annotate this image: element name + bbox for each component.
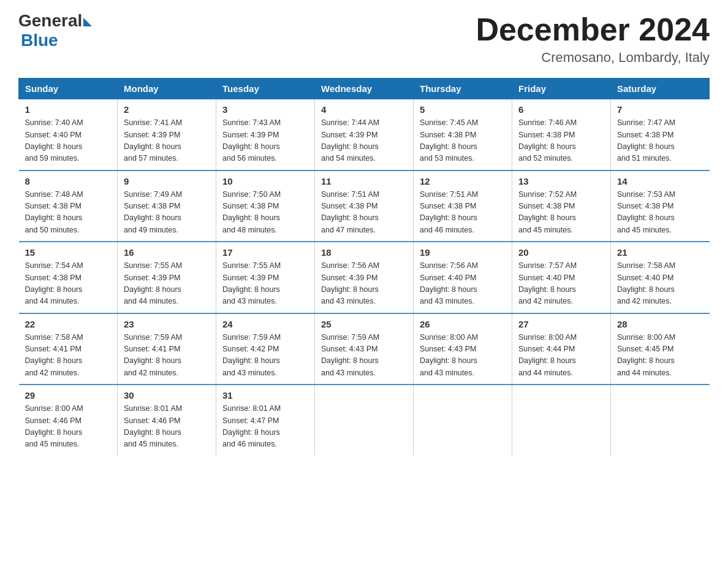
day-number: 19: [420, 247, 506, 258]
day-number: 28: [617, 319, 703, 329]
day-info: Sunrise: 7:55 AMSunset: 4:39 PMDaylight:…: [222, 260, 308, 308]
day-info: Sunrise: 7:55 AMSunset: 4:39 PMDaylight:…: [124, 260, 210, 308]
logo-general: General: [18, 12, 82, 29]
day-number: 31: [222, 390, 308, 400]
day-cell: 29 Sunrise: 8:00 AMSunset: 4:46 PMDaylig…: [19, 385, 118, 456]
day-number: 14: [617, 176, 703, 186]
day-cell: 5 Sunrise: 7:45 AMSunset: 4:38 PMDayligh…: [414, 99, 512, 170]
day-number: 13: [518, 176, 604, 186]
day-info: Sunrise: 7:49 AMSunset: 4:38 PMDaylight:…: [124, 189, 210, 237]
day-info: Sunrise: 8:01 AMSunset: 4:46 PMDaylight:…: [124, 403, 210, 451]
day-number: 17: [222, 247, 308, 258]
header-day-friday: Friday: [512, 79, 611, 99]
day-number: 11: [321, 176, 407, 186]
day-cell: 30 Sunrise: 8:01 AMSunset: 4:46 PMDaylig…: [118, 385, 216, 456]
day-cell: 8 Sunrise: 7:48 AMSunset: 4:38 PMDayligh…: [19, 170, 118, 242]
day-info: Sunrise: 8:00 AMSunset: 4:44 PMDaylight:…: [518, 332, 604, 380]
day-number: 9: [124, 176, 210, 186]
day-number: 24: [222, 319, 308, 329]
day-info: Sunrise: 7:41 AMSunset: 4:39 PMDaylight:…: [124, 117, 210, 165]
day-info: Sunrise: 7:40 AMSunset: 4:40 PMDaylight:…: [25, 117, 112, 165]
logo-blue: Blue: [21, 31, 58, 50]
day-cell: 26 Sunrise: 8:00 AMSunset: 4:43 PMDaylig…: [414, 313, 512, 385]
day-cell: 23 Sunrise: 7:59 AMSunset: 4:41 PMDaylig…: [118, 313, 216, 385]
day-info: Sunrise: 7:47 AMSunset: 4:38 PMDaylight:…: [617, 117, 703, 165]
day-number: 23: [124, 319, 210, 329]
day-number: 12: [420, 176, 506, 186]
day-cell: 22 Sunrise: 7:58 AMSunset: 4:41 PMDaylig…: [19, 313, 118, 385]
day-info: Sunrise: 7:58 AMSunset: 4:41 PMDaylight:…: [25, 332, 112, 380]
day-info: Sunrise: 7:56 AMSunset: 4:39 PMDaylight:…: [321, 260, 407, 308]
day-info: Sunrise: 7:51 AMSunset: 4:38 PMDaylight:…: [420, 189, 506, 237]
week-row-4: 22 Sunrise: 7:58 AMSunset: 4:41 PMDaylig…: [19, 313, 710, 385]
day-cell: 12 Sunrise: 7:51 AMSunset: 4:38 PMDaylig…: [414, 170, 512, 242]
day-number: 10: [222, 176, 308, 186]
day-info: Sunrise: 7:48 AMSunset: 4:38 PMDaylight:…: [25, 189, 112, 237]
day-number: 25: [321, 319, 407, 329]
day-info: Sunrise: 8:00 AMSunset: 4:46 PMDaylight:…: [25, 403, 112, 451]
day-cell: 7 Sunrise: 7:47 AMSunset: 4:38 PMDayligh…: [611, 99, 710, 170]
day-cell: 4 Sunrise: 7:44 AMSunset: 4:39 PMDayligh…: [315, 99, 414, 170]
day-info: Sunrise: 7:43 AMSunset: 4:39 PMDaylight:…: [222, 117, 308, 165]
day-cell: 6 Sunrise: 7:46 AMSunset: 4:38 PMDayligh…: [512, 99, 611, 170]
day-cell: [315, 385, 414, 456]
location: Cremosano, Lombardy, Italy: [476, 50, 710, 66]
day-number: 18: [321, 247, 407, 258]
day-info: Sunrise: 8:00 AMSunset: 4:45 PMDaylight:…: [617, 332, 703, 380]
day-info: Sunrise: 7:59 AMSunset: 4:41 PMDaylight:…: [124, 332, 210, 380]
week-row-5: 29 Sunrise: 8:00 AMSunset: 4:46 PMDaylig…: [19, 385, 710, 456]
day-cell: [512, 385, 611, 456]
day-number: 6: [518, 104, 604, 115]
day-info: Sunrise: 8:00 AMSunset: 4:43 PMDaylight:…: [420, 332, 506, 380]
day-cell: [611, 385, 710, 456]
day-cell: 11 Sunrise: 7:51 AMSunset: 4:38 PMDaylig…: [315, 170, 414, 242]
day-number: 8: [25, 176, 112, 186]
day-info: Sunrise: 8:01 AMSunset: 4:47 PMDaylight:…: [222, 403, 308, 451]
week-row-2: 8 Sunrise: 7:48 AMSunset: 4:38 PMDayligh…: [19, 170, 710, 242]
day-cell: 10 Sunrise: 7:50 AMSunset: 4:38 PMDaylig…: [216, 170, 315, 242]
day-info: Sunrise: 7:56 AMSunset: 4:40 PMDaylight:…: [420, 260, 506, 308]
day-number: 27: [518, 319, 604, 329]
day-cell: 17 Sunrise: 7:55 AMSunset: 4:39 PMDaylig…: [216, 242, 315, 313]
header-day-sunday: Sunday: [19, 79, 118, 99]
day-cell: 24 Sunrise: 7:59 AMSunset: 4:42 PMDaylig…: [216, 313, 315, 385]
day-cell: 1 Sunrise: 7:40 AMSunset: 4:40 PMDayligh…: [19, 99, 118, 170]
day-cell: 20 Sunrise: 7:57 AMSunset: 4:40 PMDaylig…: [512, 242, 611, 313]
day-number: 5: [420, 104, 506, 115]
day-cell: [414, 385, 512, 456]
header-day-saturday: Saturday: [611, 79, 710, 99]
day-number: 4: [321, 104, 407, 115]
day-info: Sunrise: 7:50 AMSunset: 4:38 PMDaylight:…: [222, 189, 308, 237]
header-day-thursday: Thursday: [414, 79, 512, 99]
day-cell: 28 Sunrise: 8:00 AMSunset: 4:45 PMDaylig…: [611, 313, 710, 385]
day-number: 2: [124, 104, 210, 115]
day-info: Sunrise: 7:57 AMSunset: 4:40 PMDaylight:…: [518, 260, 604, 308]
day-number: 29: [25, 390, 112, 400]
day-info: Sunrise: 7:53 AMSunset: 4:38 PMDaylight:…: [617, 189, 703, 237]
week-row-3: 15 Sunrise: 7:54 AMSunset: 4:38 PMDaylig…: [19, 242, 710, 313]
day-cell: 19 Sunrise: 7:56 AMSunset: 4:40 PMDaylig…: [414, 242, 512, 313]
day-cell: 9 Sunrise: 7:49 AMSunset: 4:38 PMDayligh…: [118, 170, 216, 242]
day-cell: 2 Sunrise: 7:41 AMSunset: 4:39 PMDayligh…: [118, 99, 216, 170]
day-number: 21: [617, 247, 703, 258]
day-number: 15: [25, 247, 112, 258]
day-info: Sunrise: 7:59 AMSunset: 4:43 PMDaylight:…: [321, 332, 407, 380]
calendar-table: SundayMondayTuesdayWednesdayThursdayFrid…: [18, 78, 710, 456]
day-number: 16: [124, 247, 210, 258]
day-cell: 16 Sunrise: 7:55 AMSunset: 4:39 PMDaylig…: [118, 242, 216, 313]
day-cell: 27 Sunrise: 8:00 AMSunset: 4:44 PMDaylig…: [512, 313, 611, 385]
page-header: General Blue December 2024 Cremosano, Lo…: [18, 12, 710, 66]
day-info: Sunrise: 7:45 AMSunset: 4:38 PMDaylight:…: [420, 117, 506, 165]
day-cell: 25 Sunrise: 7:59 AMSunset: 4:43 PMDaylig…: [315, 313, 414, 385]
day-number: 22: [25, 319, 112, 329]
month-title: December 2024: [476, 12, 710, 47]
day-cell: 15 Sunrise: 7:54 AMSunset: 4:38 PMDaylig…: [19, 242, 118, 313]
header-day-tuesday: Tuesday: [216, 79, 315, 99]
day-info: Sunrise: 7:54 AMSunset: 4:38 PMDaylight:…: [25, 260, 112, 308]
day-number: 26: [420, 319, 506, 329]
logo: General Blue: [18, 12, 92, 50]
day-info: Sunrise: 7:58 AMSunset: 4:40 PMDaylight:…: [617, 260, 703, 308]
day-info: Sunrise: 7:52 AMSunset: 4:38 PMDaylight:…: [518, 189, 604, 237]
day-cell: 21 Sunrise: 7:58 AMSunset: 4:40 PMDaylig…: [611, 242, 710, 313]
header-row: SundayMondayTuesdayWednesdayThursdayFrid…: [19, 79, 710, 99]
